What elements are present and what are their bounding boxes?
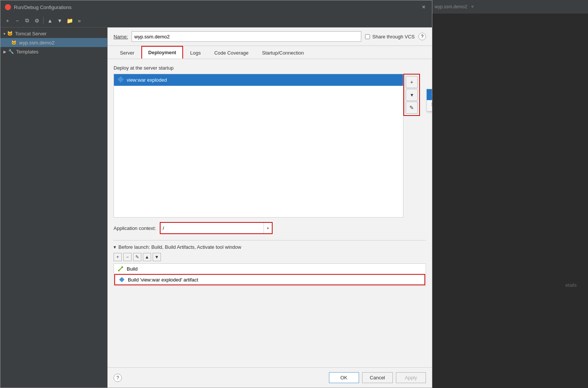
bottom-bar: ? OK Cancel Apply: [108, 367, 432, 388]
sidebar: ▾ 🐱 Tomcat Server 🐱 wyp.ssm.demo2 ▶ 🔧 Te…: [0, 27, 108, 388]
more-button[interactable]: »: [75, 17, 83, 25]
app-context-label: Application context:: [114, 225, 156, 231]
before-launch-header: ▾ Before launch: Build, Build Artifacts,…: [114, 244, 426, 250]
bl-build-label: Build: [127, 266, 138, 272]
dropdown-menu: Artifact...: [426, 89, 432, 111]
svg-rect-0: [118, 76, 124, 82]
deploy-edit-button[interactable]: ✎: [406, 102, 418, 114]
war-icon: [118, 76, 124, 84]
bl-move-up-button[interactable]: ▲: [143, 253, 151, 261]
ide-tab-label: wyp.ssm.demo2: [435, 4, 467, 9]
share-vcs-container: Share through VCS: [365, 34, 415, 40]
tomcat-icon: 🐱: [7, 30, 13, 37]
deploy-item-label: view:war exploded: [127, 77, 167, 83]
folder-button[interactable]: 📁: [65, 17, 74, 25]
svg-rect-7: [119, 277, 124, 282]
help-button-bottom[interactable]: ?: [114, 374, 122, 382]
add-configuration-button[interactable]: +: [3, 17, 12, 25]
bl-edit-button[interactable]: ✎: [133, 253, 141, 261]
sidebar-item-demo2[interactable]: 🐱 wyp.ssm.demo2: [0, 38, 107, 47]
deploy-item-war-exploded[interactable]: view:war exploded: [114, 74, 403, 86]
toolbar: + − ⧉ ⚙ ▲ ▼ 📁 »: [0, 14, 432, 27]
app-context-row: Application context: ▾: [114, 222, 426, 234]
app-context-input[interactable]: [161, 223, 264, 233]
before-launch-section: ▾ Before launch: Build, Build Artifacts,…: [114, 240, 426, 286]
separator: [43, 17, 44, 24]
tab-startup-connection[interactable]: Startup/Connection: [256, 47, 310, 59]
help-button-top[interactable]: ?: [418, 33, 426, 40]
templates-icon: 🔧: [8, 49, 14, 55]
svg-point-6: [118, 270, 120, 271]
svg-rect-4: [432, 105, 432, 106]
svg-rect-2: [432, 103, 432, 104]
bl-add-button[interactable]: +: [114, 253, 122, 261]
demo2-label: wyp.ssm.demo2: [19, 40, 55, 46]
remove-configuration-button[interactable]: −: [13, 17, 21, 25]
bl-artifact-icon: [119, 277, 125, 283]
artifact-icon: [431, 91, 432, 98]
name-label: Name:: [114, 34, 128, 40]
bl-build-artifact-label: Build 'view:war exploded' artifact: [128, 277, 198, 283]
bl-item-build-artifact[interactable]: Build 'view:war exploded' artifact: [114, 274, 425, 285]
templates-header[interactable]: ▶ 🔧 Templates: [0, 47, 107, 56]
collapse-arrow: ▾: [3, 32, 5, 36]
main-panel: Name: Share through VCS ? Server Deploym…: [108, 27, 432, 388]
close-button[interactable]: ×: [420, 3, 427, 11]
before-launch-toolbar: + − ✎ ▲ ▼: [114, 253, 426, 261]
before-launch-list: Build Build 'view:war exploded' artifact: [114, 263, 426, 286]
deploy-add-button[interactable]: +: [406, 76, 418, 88]
name-row: Name: Share through VCS ?: [108, 27, 432, 46]
move-up-button[interactable]: ▲: [46, 17, 54, 25]
deploy-list: view:war exploded: [114, 74, 403, 217]
tab-logs[interactable]: Logs: [184, 47, 207, 59]
demo2-icon: 🐱: [11, 40, 17, 46]
tab-server[interactable]: Server: [114, 47, 141, 59]
templates-label: Templates: [16, 49, 38, 55]
tabs: Server Deployment Logs Code Coverage Sta…: [108, 46, 432, 59]
share-vcs-checkbox[interactable]: [365, 34, 370, 39]
before-launch-label: Before launch: Build, Build Artifacts, A…: [118, 244, 241, 250]
external-icon: [431, 102, 432, 109]
tab-code-coverage[interactable]: Code Coverage: [208, 47, 255, 59]
apply-button[interactable]: Apply: [396, 372, 426, 383]
copy-configuration-button[interactable]: ⧉: [23, 17, 31, 25]
ide-details-label: etails: [565, 282, 577, 288]
svg-rect-1: [431, 91, 432, 97]
tomcat-server-group: ▾ 🐱 Tomcat Server 🐱 wyp.ssm.demo2: [0, 29, 107, 47]
bl-remove-button[interactable]: −: [123, 253, 132, 261]
cancel-button[interactable]: Cancel: [362, 372, 393, 383]
before-launch-collapse-icon: ▾: [114, 244, 116, 250]
tomcat-server-label: Tomcat Server: [15, 31, 47, 37]
move-down-button[interactable]: ▼: [56, 17, 64, 25]
bl-item-build[interactable]: Build: [114, 264, 426, 274]
settings-button[interactable]: ⚙: [33, 17, 41, 25]
app-context-input-container: ▾: [160, 222, 273, 234]
tomcat-server-header[interactable]: ▾ 🐱 Tomcat Server: [0, 29, 107, 38]
app-icon: [5, 4, 11, 10]
tab-deployment[interactable]: Deployment: [141, 46, 183, 59]
bl-move-down-button[interactable]: ▼: [153, 253, 161, 261]
deploy-section-label: Deploy at the server startup: [114, 65, 426, 71]
deploy-move-down-button[interactable]: ▾: [406, 89, 418, 101]
build-icon: [118, 266, 124, 272]
deploy-side-buttons: + Artifact...: [403, 74, 420, 116]
share-vcs-label: Share through VCS: [372, 34, 415, 40]
tab-content-deployment: Deploy at the server startup view: [108, 59, 432, 367]
deploy-list-container: view:war exploded: [114, 74, 403, 218]
name-input[interactable]: [132, 31, 361, 42]
dropdown-item-artifact[interactable]: Artifact...: [427, 89, 432, 100]
templates-arrow: ▶: [3, 50, 6, 54]
dropdown-item-external[interactable]: External Source...: [427, 100, 432, 111]
dialog-title: Run/Debug Configurations: [14, 5, 420, 10]
deploy-area: view:war exploded +: [114, 74, 403, 218]
app-context-dropdown-arrow[interactable]: ▾: [264, 223, 272, 233]
ok-button[interactable]: OK: [329, 372, 359, 383]
title-bar: Run/Debug Configurations ×: [0, 0, 432, 14]
